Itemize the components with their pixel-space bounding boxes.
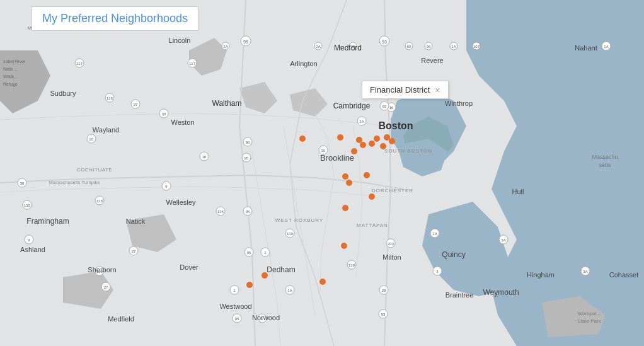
svg-text:95: 95 <box>243 40 248 44</box>
svg-text:203: 203 <box>388 242 394 246</box>
svg-text:Ashland: Ashland <box>20 246 45 253</box>
svg-text:27: 27 <box>134 103 138 107</box>
svg-text:Natio...: Natio... <box>3 67 17 71</box>
svg-text:DORCHESTER: DORCHESTER <box>372 188 413 193</box>
svg-text:135: 135 <box>24 204 31 207</box>
svg-text:Quincy: Quincy <box>442 250 465 259</box>
svg-text:30: 30 <box>321 149 326 153</box>
svg-text:1A: 1A <box>287 289 292 292</box>
svg-text:Winthrop: Winthrop <box>445 100 473 107</box>
map-marker-10[interactable] <box>351 148 357 154</box>
svg-text:30: 30 <box>20 182 25 185</box>
svg-text:93: 93 <box>381 313 386 316</box>
svg-text:2A: 2A <box>359 120 364 124</box>
svg-text:Wellesley: Wellesley <box>166 199 196 206</box>
svg-text:117: 117 <box>76 62 83 66</box>
svg-text:Revere: Revere <box>421 57 443 64</box>
neighborhood-tooltip[interactable]: Financial District × <box>362 81 449 99</box>
svg-text:Natick: Natick <box>126 217 146 225</box>
svg-text:27: 27 <box>132 250 136 253</box>
svg-text:60: 60 <box>407 45 411 49</box>
map-marker-18[interactable] <box>262 272 268 279</box>
map-marker-11[interactable] <box>342 173 348 180</box>
svg-text:setts: setts <box>599 162 611 168</box>
map-container: 95 93 2A 2A 38 60 99 1A 107 117 117 2A 1… <box>0 0 644 346</box>
svg-text:Weston: Weston <box>171 118 194 126</box>
svg-text:Arlington: Arlington <box>290 60 317 67</box>
map-background: 95 93 2A 2A 38 60 99 1A 107 117 117 2A 1… <box>0 0 644 346</box>
svg-text:27: 27 <box>104 285 108 289</box>
svg-text:126: 126 <box>96 199 103 203</box>
title-box: My Preferred Neighborhoods <box>32 6 198 31</box>
svg-text:Hingham: Hingham <box>527 271 555 279</box>
map-marker-6[interactable] <box>389 138 395 144</box>
svg-text:sabet River: sabet River <box>3 59 26 64</box>
svg-text:Medfield: Medfield <box>108 315 134 323</box>
map-marker-12[interactable] <box>346 180 352 186</box>
svg-text:Norwood: Norwood <box>252 314 280 321</box>
svg-text:107: 107 <box>473 45 480 49</box>
svg-text:95: 95 <box>235 317 239 321</box>
svg-text:Cohasset: Cohasset <box>609 271 638 279</box>
svg-text:Nahant: Nahant <box>575 44 597 52</box>
svg-text:Framingham: Framingham <box>26 217 69 226</box>
map-marker-17[interactable] <box>319 279 326 285</box>
svg-text:20: 20 <box>89 137 94 141</box>
map-marker-1[interactable] <box>299 136 306 142</box>
tooltip-label: Financial District <box>370 85 430 95</box>
svg-text:Braintree: Braintree <box>446 291 474 299</box>
svg-text:SOUTH BOSTON: SOUTH BOSTON <box>384 148 432 154</box>
svg-text:Dover: Dover <box>180 263 198 271</box>
svg-text:95: 95 <box>244 156 249 160</box>
svg-text:Medford: Medford <box>334 43 362 52</box>
svg-text:3A: 3A <box>501 238 505 242</box>
map-marker-14[interactable] <box>369 193 375 200</box>
svg-text:28: 28 <box>382 289 386 292</box>
svg-text:Westwood: Westwood <box>219 303 251 310</box>
svg-text:117: 117 <box>189 62 196 66</box>
svg-text:90: 90 <box>246 141 250 144</box>
svg-text:1A: 1A <box>451 45 456 49</box>
svg-text:16: 16 <box>389 106 394 110</box>
svg-text:MATTAPAN: MATTAPAN <box>357 222 388 228</box>
map-marker-13[interactable] <box>364 172 370 178</box>
svg-text:126: 126 <box>106 96 113 100</box>
svg-text:3A: 3A <box>432 232 437 236</box>
map-marker-8[interactable] <box>369 141 375 147</box>
map-marker-2[interactable] <box>337 134 343 141</box>
svg-text:Wildli...: Wildli... <box>3 74 18 79</box>
map-marker-4[interactable] <box>374 136 380 142</box>
svg-text:Cambridge: Cambridge <box>333 101 371 110</box>
map-marker-9[interactable] <box>360 142 366 148</box>
svg-text:109: 109 <box>287 232 294 236</box>
svg-text:Milton: Milton <box>382 253 401 261</box>
svg-text:Refuge: Refuge <box>3 82 18 87</box>
map-marker-16[interactable] <box>341 243 347 249</box>
svg-text:Dedham: Dedham <box>267 265 295 274</box>
map-marker-7[interactable] <box>380 143 386 149</box>
svg-text:Waltham: Waltham <box>212 99 242 108</box>
tooltip-close-button[interactable]: × <box>435 86 440 95</box>
svg-text:3A: 3A <box>583 270 587 274</box>
svg-text:Sudbury: Sudbury <box>50 89 76 97</box>
svg-text:COCHITUATE: COCHITUATE <box>77 167 112 173</box>
svg-text:95: 95 <box>247 251 251 255</box>
svg-text:Lincoln: Lincoln <box>169 37 191 44</box>
svg-text:WEST ROXBURY: WEST ROXBURY <box>275 217 324 223</box>
svg-text:Brookline: Brookline <box>320 153 354 163</box>
svg-text:Massachu: Massachu <box>592 154 618 160</box>
svg-text:State Park: State Park <box>577 318 601 324</box>
svg-text:135: 135 <box>217 210 224 214</box>
svg-text:Weymouth: Weymouth <box>483 288 519 297</box>
map-marker-19[interactable] <box>246 282 253 288</box>
svg-text:Massachusetts Turnpike: Massachusetts Turnpike <box>49 180 100 185</box>
svg-text:138: 138 <box>348 263 355 267</box>
svg-text:93: 93 <box>382 105 387 108</box>
svg-text:1A: 1A <box>604 45 608 49</box>
svg-text:Boston: Boston <box>378 120 413 131</box>
svg-text:2A: 2A <box>316 45 320 49</box>
svg-text:95: 95 <box>246 210 250 214</box>
svg-text:93: 93 <box>382 40 387 44</box>
map-marker-15[interactable] <box>342 205 348 211</box>
svg-text:Wayland: Wayland <box>93 126 119 134</box>
